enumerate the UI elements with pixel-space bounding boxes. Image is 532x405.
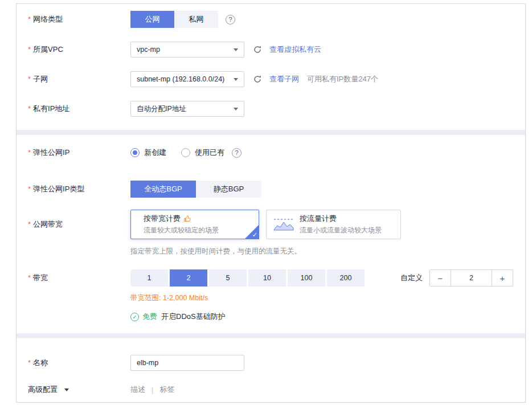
chevron-down-icon	[234, 48, 238, 51]
subnet-label: *子网	[17, 71, 130, 87]
check-circle-icon: ✓	[130, 313, 139, 321]
section-eip: *弹性公网IP 新创建 使用已有 ? *弹性公网IP类型 全动态BGP 静态BG…	[17, 135, 525, 333]
vpc-label: *所属VPC	[17, 42, 130, 58]
available-ip-hint: 可用私有IP数量247个	[307, 74, 378, 84]
billing-note: 指定带宽上限，按使用时间计费，与使用的流量无关。	[130, 247, 401, 256]
private-ip-label: *私有IP地址	[17, 101, 130, 117]
subnet-select-value: subnet-mp (192.168.0.0/24)	[137, 75, 224, 83]
billing-card-bandwidth[interactable]: 按带宽计费 流量较大或较稳定的场景 ✓	[130, 210, 259, 239]
row-name: *名称	[17, 355, 525, 371]
radio-new-eip[interactable]	[130, 148, 140, 157]
bandwidth-options: 1 2 5 10 100 200 自定义 − 2 +	[130, 269, 513, 287]
row-advanced: 高级配置 描述 | 标签	[17, 384, 525, 395]
eip-type-option-static-bgp[interactable]: 静态BGP	[196, 181, 261, 198]
subnet-actions: 查看子网 可用私有IP数量247个	[253, 71, 378, 87]
bandwidth-range-text: 带宽范围: 1-2,000 Mbit/s	[130, 293, 513, 303]
bandwidth-option-2[interactable]: 2	[170, 269, 207, 287]
chevron-down-icon	[64, 388, 69, 391]
section-network: *网络类型 公网 私网 ? *所属VPC vpc-mp 查看虚拟私有云	[17, 4, 525, 130]
row-eip: *弹性公网IP 新创建 使用已有 ?	[17, 147, 525, 158]
custom-bandwidth-label: 自定义	[400, 273, 423, 283]
name-label: *名称	[17, 355, 130, 371]
create-elb-form: *网络类型 公网 私网 ? *所属VPC vpc-mp 查看虚拟私有云	[0, 0, 532, 405]
row-subnet: *子网 subnet-mp (192.168.0.0/24) 查看子网 可用私有…	[17, 71, 525, 87]
vpc-select-value: vpc-mp	[137, 46, 160, 54]
bandwidth-option-100[interactable]: 100	[288, 269, 325, 287]
required-marker: *	[28, 220, 31, 228]
chevron-down-icon	[234, 78, 238, 81]
check-icon: ✓	[252, 231, 257, 239]
bandwidth-stepper: − 2 +	[429, 269, 513, 287]
required-marker: *	[28, 148, 31, 157]
stepper-value[interactable]: 2	[451, 270, 492, 286]
bandwidth-control: 1 2 5 10 100 200 自定义 − 2 + 带宽范围: 1-2,00	[130, 269, 513, 322]
view-vpc-link[interactable]: 查看虚拟私有云	[269, 44, 321, 55]
section-basic: *名称 高级配置 描述 | 标签	[17, 338, 525, 403]
radio-existing-eip-label[interactable]: 使用已有	[195, 148, 224, 158]
form-panel: *网络类型 公网 私网 ? *所属VPC vpc-mp 查看虚拟私有云	[16, 3, 526, 403]
free-badge: 免费	[142, 312, 157, 322]
chevron-down-icon	[234, 108, 238, 111]
bandwidth-option-1[interactable]: 1	[130, 269, 168, 287]
network-type-label: *网络类型	[17, 11, 130, 28]
tag-link[interactable]: 标签	[159, 384, 174, 395]
required-marker: *	[28, 75, 31, 83]
help-icon[interactable]: ?	[232, 148, 242, 158]
radio-new-eip-label[interactable]: 新创建	[144, 148, 166, 158]
row-vpc: *所属VPC vpc-mp 查看虚拟私有云	[17, 42, 525, 58]
eip-type-option-dynamic-bgp[interactable]: 全动态BGP	[130, 181, 196, 198]
billing-label: *公网带宽	[17, 210, 130, 239]
section-divider	[17, 333, 525, 338]
bandwidth-option-10[interactable]: 10	[248, 269, 286, 287]
thumbs-up-icon	[183, 215, 191, 223]
vpc-select[interactable]: vpc-mp	[130, 42, 244, 58]
required-marker: *	[28, 15, 31, 23]
refresh-icon[interactable]	[253, 45, 262, 54]
bandwidth-label: *带宽	[17, 269, 130, 287]
required-marker: *	[28, 104, 31, 113]
advanced-config-toggle[interactable]: 高级配置	[17, 384, 130, 395]
name-input[interactable]	[130, 355, 244, 371]
link-separator: |	[152, 386, 153, 394]
billing-card-title: 按带宽计费	[144, 214, 219, 224]
advanced-links: 描述 | 标签	[130, 384, 174, 395]
billing-card-desc: 流量小或流量波动较大场景	[300, 226, 382, 235]
row-billing: *公网带宽 按带宽计费 流量较大或较稳定的场景	[17, 210, 525, 256]
bandwidth-option-200[interactable]: 200	[327, 269, 365, 287]
stepper-plus-button[interactable]: +	[492, 270, 513, 286]
help-icon[interactable]: ?	[226, 15, 235, 24]
subnet-select[interactable]: subnet-mp (192.168.0.0/24)	[130, 71, 244, 87]
refresh-icon[interactable]	[253, 75, 262, 84]
required-marker: *	[28, 185, 31, 193]
section-divider	[17, 130, 525, 135]
network-type-option-public[interactable]: 公网	[130, 11, 174, 28]
billing-cards: 按带宽计费 流量较大或较稳定的场景 ✓	[130, 210, 401, 239]
ddos-free-row: ✓ 免费 开启DDoS基础防护	[130, 312, 513, 322]
network-type-toggle: 公网 私网	[130, 11, 218, 28]
eip-type-toggle: 全动态BGP 静态BGP	[130, 181, 261, 198]
private-ip-select-value: 自动分配IP地址	[137, 104, 186, 114]
billing-control: 按带宽计费 流量较大或较稳定的场景 ✓	[130, 210, 401, 256]
view-subnet-link[interactable]: 查看子网	[269, 74, 299, 84]
traffic-billing-icon	[273, 216, 294, 233]
ddos-protection-text: 开启DDoS基础防护	[161, 312, 226, 322]
description-link[interactable]: 描述	[130, 384, 145, 395]
network-type-option-private[interactable]: 私网	[174, 11, 218, 28]
required-marker: *	[28, 358, 31, 367]
row-private-ip: *私有IP地址 自动分配IP地址	[17, 101, 525, 117]
eip-label: *弹性公网IP	[17, 147, 130, 158]
eip-radio-group: 新创建 使用已有 ?	[130, 147, 242, 158]
row-bandwidth: *带宽 1 2 5 10 100 200 自定义 − 2 +	[17, 269, 525, 322]
billing-card-desc: 流量较大或较稳定的场景	[144, 226, 219, 235]
billing-card-traffic[interactable]: 按流量计费 流量小或流量波动较大场景	[266, 210, 401, 239]
row-network-type: *网络类型 公网 私网 ?	[17, 11, 525, 28]
stepper-minus-button[interactable]: −	[430, 270, 451, 286]
bandwidth-option-5[interactable]: 5	[209, 269, 247, 287]
row-eip-type: *弹性公网IP类型 全动态BGP 静态BGP	[17, 181, 525, 198]
vpc-actions: 查看虚拟私有云	[253, 42, 321, 58]
required-marker: *	[28, 273, 31, 282]
eip-type-label: *弹性公网IP类型	[17, 181, 130, 198]
radio-existing-eip[interactable]	[181, 148, 190, 157]
private-ip-select[interactable]: 自动分配IP地址	[130, 101, 244, 117]
billing-card-title: 按流量计费	[300, 214, 382, 224]
